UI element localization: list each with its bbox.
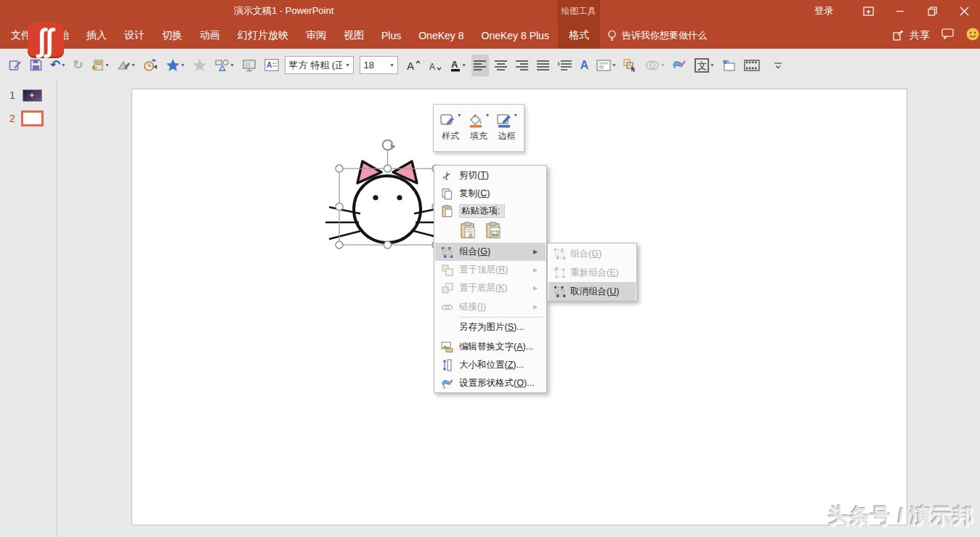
ribbon-tab-row: 文件 开始 插入 设计 切换 动画 幻灯片放映 审阅 视图 Plus OneKe… — [0, 22, 980, 49]
slide-1-number: 1 — [9, 89, 15, 101]
menu-item-send-to-back[interactable]: 置于底层(K) ▶ — [435, 279, 546, 297]
tab-format[interactable]: 格式 — [558, 22, 600, 49]
character-format-icon[interactable]: A — [262, 54, 281, 76]
format-painter-icon[interactable] — [670, 54, 689, 76]
panel-divider — [57, 81, 57, 537]
toolbar-more-icon[interactable] — [772, 54, 785, 76]
title-bar: 演示文稿1 - PowerPoint 绘图工具 登录 — [0, 0, 980, 22]
font-size-combo[interactable]: 18▾ — [360, 56, 398, 74]
tab-animations[interactable]: 动画 — [191, 22, 229, 49]
style-button[interactable]: ▾ 样式 — [437, 113, 464, 142]
restore-button[interactable] — [916, 0, 948, 22]
group-icon — [435, 246, 459, 258]
outline-button[interactable]: ▾ 边框 — [493, 113, 521, 142]
animation-pane-icon[interactable] — [190, 54, 209, 76]
align-right-icon[interactable] — [514, 54, 531, 76]
lightbulb-icon — [607, 30, 617, 41]
cat-head[interactable] — [354, 176, 421, 243]
slide-2-thumbnail[interactable] — [21, 110, 44, 126]
share-button[interactable]: 共享 — [893, 29, 930, 42]
drawing-tools-context-group[interactable]: 绘图工具 — [557, 0, 600, 22]
shape-edit-icon[interactable]: ▾ — [115, 54, 137, 76]
paste-as-picture-button[interactable] — [485, 221, 503, 240]
svg-text:A: A — [429, 62, 435, 72]
arrange-icon[interactable] — [621, 54, 639, 76]
close-button[interactable] — [948, 0, 980, 22]
tab-onekey8plus[interactable]: OneKey 8 Plus — [473, 22, 558, 49]
add-animation-icon[interactable]: ▾ — [163, 54, 187, 76]
smiley-icon[interactable] — [965, 27, 980, 44]
shrink-font-icon[interactable]: A — [426, 54, 444, 76]
slide-layout-icon[interactable]: ▾ — [594, 54, 617, 76]
send-to-back-icon — [435, 283, 459, 294]
font-color-icon[interactable]: A▾ — [448, 54, 468, 76]
menu-item-copy[interactable]: 复制(C) — [435, 185, 546, 203]
distribute-text-icon[interactable] — [556, 54, 575, 76]
menu-item-format-shape[interactable]: 设置形状格式(O)... — [435, 374, 546, 392]
size-position-icon — [435, 359, 459, 371]
tab-slideshow[interactable]: 幻灯片放映 — [229, 22, 297, 49]
merge-shapes-icon[interactable]: ▾ — [643, 54, 666, 76]
wordart-icon[interactable]: A — [578, 54, 591, 76]
svg-text:A: A — [451, 59, 458, 70]
submenu-item-group[interactable]: 组合(G) — [548, 244, 636, 263]
tab-review[interactable]: 审阅 — [297, 22, 335, 49]
align-center-icon[interactable] — [493, 54, 510, 76]
floating-format-toolbar: ▾ 样式 ▾ 填充 ▾ 边框 — [433, 104, 525, 152]
redo-icon[interactable]: ↻ — [70, 54, 85, 76]
menu-item-edit-alt-text[interactable]: 编辑替换文字(A)... — [435, 338, 546, 356]
paste-keep-formatting-button[interactable]: a — [459, 221, 478, 240]
animation-timing-icon[interactable] — [141, 54, 160, 76]
font-name-combo[interactable]: 苹方 特粗 (正▾ — [285, 56, 354, 74]
grow-font-icon[interactable]: A — [404, 54, 423, 76]
align-left-icon[interactable] — [471, 54, 489, 76]
submenu-item-ungroup[interactable]: 取消组合(U) — [548, 282, 636, 301]
justify-icon[interactable] — [535, 54, 552, 76]
fill-button[interactable]: ▾ 填充 — [465, 113, 493, 142]
tab-plus[interactable]: Plus — [373, 22, 410, 49]
save-as-icon[interactable] — [7, 54, 24, 76]
tell-me-box[interactable]: 告诉我你想要做什么 — [600, 22, 714, 49]
group-submenu: 组合(G) 重新组合(E) 取消组合(U) — [547, 243, 637, 302]
ribbon-display-options-icon[interactable] — [852, 0, 884, 22]
ungroup-icon — [548, 286, 570, 297]
tab-transitions[interactable]: 切换 — [153, 22, 191, 49]
share-label: 共享 — [910, 29, 930, 42]
menu-separator — [459, 317, 543, 318]
menu-item-bring-to-front[interactable]: 置于顶层(R) ▶ — [435, 261, 546, 279]
minimize-button[interactable] — [884, 0, 916, 22]
paste-options-row: a — [459, 221, 503, 240]
paste-special-icon[interactable]: ▾ — [89, 54, 111, 76]
rotate-handle[interactable] — [383, 140, 397, 150]
menu-item-paste-options: 粘贴选项: — [435, 202, 546, 220]
yanshibang-logo: ∫∫ — [28, 23, 64, 57]
tab-insert[interactable]: 插入 — [78, 22, 116, 49]
menu-item-cut[interactable]: ✂ 剪切(T) — [435, 166, 546, 185]
tab-design[interactable]: 设计 — [116, 22, 153, 49]
comments-icon[interactable] — [941, 28, 954, 42]
regroup-disabled-icon — [548, 267, 570, 278]
slide-1-thumbnail[interactable] — [23, 89, 42, 102]
alt-text-icon — [435, 342, 459, 352]
group-disabled-icon — [548, 248, 570, 259]
fill-label: 填充 — [470, 130, 487, 142]
sign-in-link[interactable]: 登录 — [814, 4, 833, 17]
submenu-item-regroup[interactable]: 重新组合(E) — [548, 263, 636, 282]
context-menu: ✂ 剪切(T) 复制(C) 粘贴选项: a 组合(G) ▶ 置于顶层(R) ▶ … — [434, 165, 547, 393]
slide-2-number: 2 — [9, 113, 15, 124]
share-icon — [893, 30, 905, 41]
shapes-icon[interactable]: ▾ — [213, 54, 236, 76]
outline-icon — [497, 113, 513, 128]
background-format-icon[interactable] — [719, 54, 738, 76]
tab-onekey8[interactable]: OneKey 8 — [410, 22, 472, 49]
menu-item-group[interactable]: 组合(G) ▶ — [435, 243, 546, 261]
slideshow-from-current-icon[interactable] — [240, 54, 259, 76]
menu-item-save-as-picture[interactable]: 另存为图片(S)... — [435, 318, 546, 336]
text-direction-icon[interactable]: 文▾ — [692, 54, 716, 76]
tab-view[interactable]: 视图 — [335, 22, 373, 49]
cut-icon: ✂ — [435, 169, 459, 182]
menu-item-size-position[interactable]: 大小和位置(Z)... — [435, 356, 546, 374]
quick-toolbar: ↶▾ ↻ ▾ ▾ ▾ ▾ A 苹方 特粗 (正▾ 18▾ A A A▾ A ▾ … — [0, 49, 980, 81]
menu-item-link[interactable]: 链接(I) ▶ — [435, 298, 546, 316]
film-icon[interactable] — [742, 54, 762, 76]
